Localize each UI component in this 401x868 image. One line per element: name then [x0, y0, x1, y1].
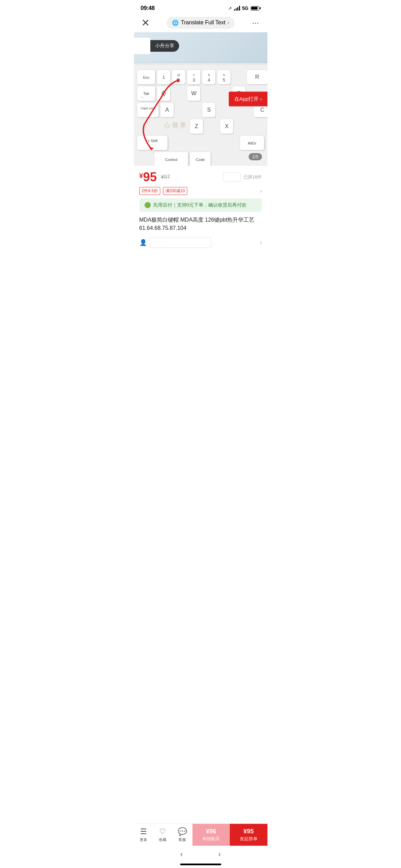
original-price: ¥97 [161, 174, 170, 180]
signal-strength-icon [234, 6, 240, 11]
chevron-right-icon: › [227, 20, 229, 25]
more-options-button[interactable]: ··· [250, 16, 262, 29]
svg-text:Tab: Tab [143, 91, 149, 96]
svg-text:$: $ [208, 73, 210, 77]
svg-text:5: 5 [223, 77, 225, 83]
seller-name-field[interactable] [150, 237, 211, 248]
yuan-symbol: ¥ [139, 172, 143, 180]
share-badge: 小舟分享 [134, 38, 179, 54]
svg-text:%: % [222, 73, 225, 77]
svg-text:A: A [165, 107, 169, 113]
battery-icon [251, 6, 261, 11]
seller-chevron-icon[interactable]: › [260, 239, 262, 246]
svg-text:Z: Z [195, 123, 198, 129]
svg-text:X: X [225, 123, 228, 129]
open-app-label: 在App打开 › [234, 96, 262, 102]
nav-bar: 🌐 Translate Full Text › ··· [134, 14, 267, 32]
status-time: 09:48 [141, 5, 155, 12]
discount-row[interactable]: 2件9.5折 满200减10 › [139, 187, 262, 195]
discount-tag-1: 2件9.5折 [139, 187, 160, 195]
price-row: ¥ 95 ¥97 已拼16件 [139, 170, 262, 184]
discount-chevron-icon[interactable]: › [260, 188, 262, 194]
svg-text:1: 1 [162, 75, 165, 80]
seller-row[interactable]: 👤 › [139, 237, 262, 248]
status-bar: 09:48 ↗ 5G [134, 0, 267, 14]
sold-count: 已拼16件 [243, 174, 262, 180]
network-type: 5G [242, 5, 249, 11]
share-avatar [134, 38, 150, 54]
seller-icon: 👤 [139, 239, 147, 246]
translate-icon: 🌐 [172, 20, 179, 26]
svg-text:S: S [207, 107, 211, 113]
svg-text:⇥: ⇥ [141, 96, 143, 98]
svg-text:心 视 界: 心 视 界 [163, 122, 186, 129]
ellipsis-icon: ··· [252, 19, 259, 27]
translate-full-text-button[interactable]: 🌐 Translate Full Text › [166, 17, 235, 29]
color-swatch-placeholder [223, 172, 241, 182]
product-image-container: Esc 1 @ 2 # 3 $ 4 % 5 R Tab ⇥ Q [134, 32, 267, 166]
svg-text:R: R [255, 74, 259, 80]
close-button[interactable] [139, 16, 152, 29]
svg-text:@: @ [177, 73, 180, 77]
product-title: MDA极简白键帽 MDA高度 126键pbt热升华工艺 61.64.68.75.… [139, 216, 262, 232]
current-price: ¥ 95 [139, 170, 157, 184]
pay-later-banner: 🟢 先用后付｜支持0元下单，确认收货后再付款 [139, 198, 262, 212]
svg-text:3: 3 [192, 77, 195, 83]
svg-text:Control: Control [165, 158, 177, 162]
svg-text:Code: Code [196, 158, 204, 162]
svg-text:4: 4 [208, 77, 210, 83]
svg-rect-33 [137, 103, 159, 117]
translate-label: Translate Full Text [181, 20, 225, 26]
status-icons: ↗ 5G [228, 5, 261, 11]
open-in-app-button[interactable]: 在App打开 › [229, 92, 267, 107]
pay-later-text: 先用后付｜支持0元下单，确认收货后再付款 [153, 202, 247, 208]
svg-text:#: # [193, 73, 195, 77]
svg-text:⇧ Shift: ⇧ Shift [147, 139, 158, 143]
svg-text:W: W [191, 90, 197, 96]
svg-text:C: C [260, 107, 264, 113]
location-icon: ↗ [228, 6, 232, 11]
discount-tag-2: 满200减10 [163, 187, 187, 195]
image-counter: 1/5 [249, 153, 262, 160]
price-value: 95 [143, 170, 157, 184]
product-info-section: ¥ 95 ¥97 已拼16件 2件9.5折 满200减10 › 🟢 先用后付｜支… [134, 166, 267, 254]
pay-later-icon: 🟢 [144, 202, 151, 208]
share-label: 小舟分享 [150, 40, 179, 52]
svg-text:AltGr: AltGr [248, 141, 256, 145]
sold-count-area: 已拼16件 [223, 172, 262, 182]
svg-text:Esc: Esc [143, 75, 149, 79]
